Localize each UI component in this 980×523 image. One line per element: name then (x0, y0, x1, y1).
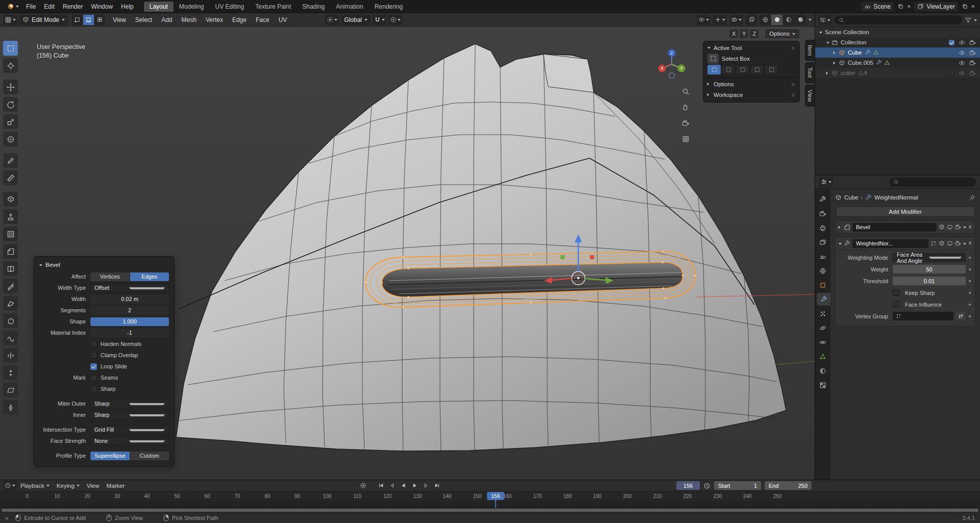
tool-shrink-fatten[interactable] (3, 365, 18, 380)
miter-inner-dropdown[interactable]: Sharp (90, 411, 169, 419)
blender-menu-button[interactable] (3, 3, 22, 11)
workspace-tab-texture-paint[interactable]: Texture Paint (250, 2, 297, 12)
menu-uv[interactable]: UV (275, 15, 291, 25)
tab-constraints[interactable] (815, 336, 830, 348)
gizmo-plane-y[interactable] (560, 255, 565, 259)
realtime-display-icon[interactable] (947, 240, 953, 246)
menu-render[interactable]: Render (59, 2, 87, 12)
chevron-down-icon[interactable] (819, 32, 822, 35)
tab-world[interactable] (815, 264, 830, 277)
face-strength-dropdown[interactable]: None (90, 437, 169, 445)
disable-render-icon[interactable] (969, 60, 976, 66)
hide-eye-icon[interactable] (959, 70, 965, 77)
options-dropdown[interactable]: Options (765, 29, 799, 38)
select-set-button[interactable] (707, 65, 721, 74)
tool-poly-build[interactable] (3, 296, 18, 311)
mark-sharp-checkbox[interactable] (90, 386, 97, 392)
current-frame-field[interactable]: 156 (676, 481, 700, 490)
tool-rip-region[interactable] (3, 400, 18, 415)
miter-outer-dropdown[interactable]: Sharp (90, 400, 169, 408)
timeline-track[interactable] (0, 502, 980, 508)
pan-button[interactable] (680, 102, 691, 113)
bevel-panel-header[interactable]: Bevel (37, 259, 169, 270)
material-index-field[interactable]: -1 (90, 329, 169, 337)
delete-modifier-button[interactable]: × (968, 224, 972, 230)
disable-render-icon[interactable] (969, 39, 976, 46)
bevel-modifier-name-field[interactable]: Bevel (852, 223, 937, 232)
chevron-down-icon[interactable] (839, 243, 842, 246)
outliner-row-cube[interactable]: Cube (815, 47, 980, 58)
menu-face[interactable]: Face (252, 15, 273, 25)
menu-help[interactable]: Help (117, 2, 138, 12)
chevron-right-icon[interactable] (834, 51, 837, 54)
zoom-button[interactable] (680, 86, 691, 97)
properties-editor-type-button[interactable] (819, 177, 833, 187)
render-display-icon[interactable] (955, 240, 961, 246)
workspace-tab-shading[interactable]: Shading (297, 2, 330, 12)
workspace-tab-modeling[interactable]: Modeling (174, 2, 210, 12)
disable-render-icon[interactable] (969, 49, 976, 56)
keep-sharp-checkbox[interactable] (893, 289, 899, 296)
menu-marker[interactable]: Marker (103, 482, 129, 490)
remove-viewlayer-button[interactable]: × (971, 4, 975, 10)
tab-material[interactable] (815, 364, 830, 377)
timeline-scrollbar[interactable] (0, 508, 980, 513)
wireframe-shading-button[interactable] (760, 15, 771, 25)
jump-to-end-button[interactable] (432, 481, 442, 490)
3d-viewport[interactable]: User Perspective (156) Cube X Y Z Option… (0, 27, 815, 480)
menu-keying[interactable]: Keying (53, 482, 83, 490)
mirror-x-button[interactable]: X (729, 30, 738, 38)
playhead-frame-badge[interactable]: 156 (487, 492, 504, 500)
menu-mesh[interactable]: Mesh (178, 15, 200, 25)
tool-scale[interactable] (3, 114, 18, 129)
vertex-group-display-icon[interactable] (930, 240, 937, 246)
vertex-select-mode-button[interactable] (72, 15, 83, 25)
tool-spin[interactable] (3, 313, 18, 328)
vertex-group-field[interactable] (893, 312, 953, 320)
object-visibility-dropdown[interactable] (697, 15, 710, 25)
tab-output[interactable] (815, 221, 830, 234)
use-preview-range-icon[interactable] (703, 482, 710, 489)
tool-bevel[interactable] (3, 244, 18, 259)
exclude-collection-checkbox[interactable] (949, 40, 954, 45)
edge-select-mode-button[interactable] (83, 15, 94, 25)
mirror-z-button[interactable]: Z (750, 30, 758, 38)
workspace-tab-layout[interactable]: Layout (144, 2, 174, 12)
menu-edge[interactable]: Edge (229, 15, 250, 25)
modifier-extras-chevron[interactable] (963, 243, 966, 246)
threshold-field[interactable]: 0.01 (893, 277, 966, 285)
play-reverse-button[interactable] (399, 481, 408, 490)
animate-dot[interactable] (969, 268, 971, 270)
animate-dot[interactable] (969, 280, 971, 282)
hide-eye-icon[interactable] (959, 39, 965, 46)
play-button[interactable] (410, 481, 420, 490)
start-frame-field[interactable]: Start 1 (714, 481, 761, 490)
end-frame-field[interactable]: End 250 (765, 481, 812, 490)
filter-icon[interactable] (965, 17, 971, 23)
xray-toggle-button[interactable] (746, 15, 757, 25)
tab-particles[interactable] (815, 307, 830, 320)
tab-scene[interactable] (815, 250, 830, 263)
tab-physics[interactable] (815, 321, 830, 334)
next-keyframe-button[interactable] (421, 481, 431, 490)
navigation-gizmo[interactable]: Z X Y (655, 47, 688, 80)
edit-mode-display-icon[interactable] (939, 240, 945, 246)
tool-cursor[interactable] (3, 58, 18, 73)
render-display-icon[interactable] (955, 224, 961, 230)
properties-search-input[interactable] (889, 178, 976, 187)
clamp-overlap-checkbox[interactable] (90, 352, 97, 359)
tab-render[interactable] (815, 207, 830, 220)
rendered-shading-button[interactable] (795, 15, 806, 25)
auto-keying-button[interactable] (358, 481, 368, 490)
proportional-edit-button[interactable] (388, 15, 402, 25)
width-field[interactable]: 0.02 m (90, 295, 169, 304)
editor-type-button[interactable] (3, 15, 17, 25)
outliner-editor-type-button[interactable] (818, 15, 832, 25)
loop-slide-checkbox[interactable] (90, 363, 97, 370)
tab-view-layer[interactable] (815, 236, 830, 248)
new-scene-icon[interactable] (897, 3, 904, 10)
disable-render-icon[interactable] (969, 70, 976, 77)
menu-playback[interactable]: Playback (17, 482, 53, 490)
tool-select-box[interactable] (3, 41, 18, 56)
sidebar-tab-item[interactable]: Item (805, 40, 815, 61)
